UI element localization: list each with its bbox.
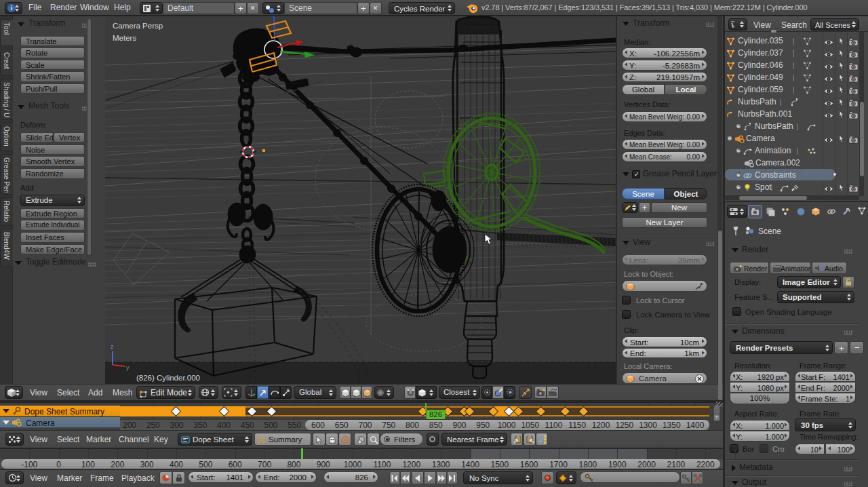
svg-text:y: y [126,364,130,371]
svg-text:z: z [111,343,114,350]
svg-text:Camera Persp: Camera Persp [113,22,163,30]
svg-text:Meters: Meters [113,34,136,42]
svg-text:(826) Cylinder.000: (826) Cylinder.000 [136,374,200,382]
